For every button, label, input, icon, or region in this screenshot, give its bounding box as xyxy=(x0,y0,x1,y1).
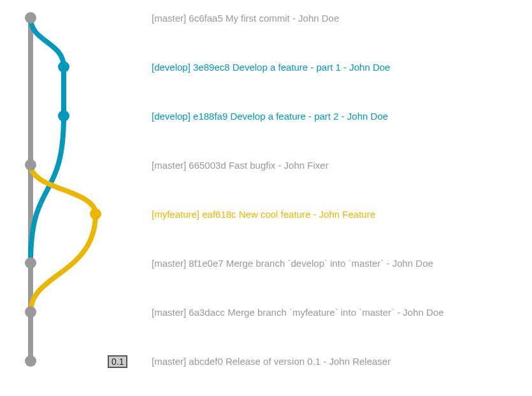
commit-node-5 xyxy=(25,257,36,269)
commit-node-2 xyxy=(58,110,69,122)
commit-text-0: [master] 6c6faa5 My first commit - John … xyxy=(152,13,339,24)
commit-text-5: [master] 8f1e0e7 Merge branch `develop` … xyxy=(152,258,433,269)
git-graph-svg xyxy=(0,0,127,396)
commit-node-7 xyxy=(25,355,36,367)
commit-node-1 xyxy=(58,61,69,73)
commit-text-1: [develop] 3e89ec8 Develop a feature - pa… xyxy=(152,62,390,73)
version-tag: 0.1 xyxy=(108,355,127,368)
commit-node-4 xyxy=(90,208,101,220)
commit-text-2: [develop] e188fa9 Develop a feature - pa… xyxy=(152,111,388,122)
develop-branch-line xyxy=(31,18,64,263)
commit-text-3: [master] 665003d Fast bugfix - John Fixe… xyxy=(152,160,329,171)
myfeature-branch-line xyxy=(31,165,96,312)
commit-node-0 xyxy=(25,12,36,24)
commit-node-6 xyxy=(25,306,36,318)
commit-text-7: [master] abcdef0 Release of version 0.1 … xyxy=(152,356,391,367)
commit-text-4: [myfeature] eaf618c New cool feature - J… xyxy=(152,209,375,220)
commit-text-6: [master] 6a3dacc Merge branch `myfeature… xyxy=(152,307,444,318)
commit-node-3 xyxy=(25,159,36,171)
